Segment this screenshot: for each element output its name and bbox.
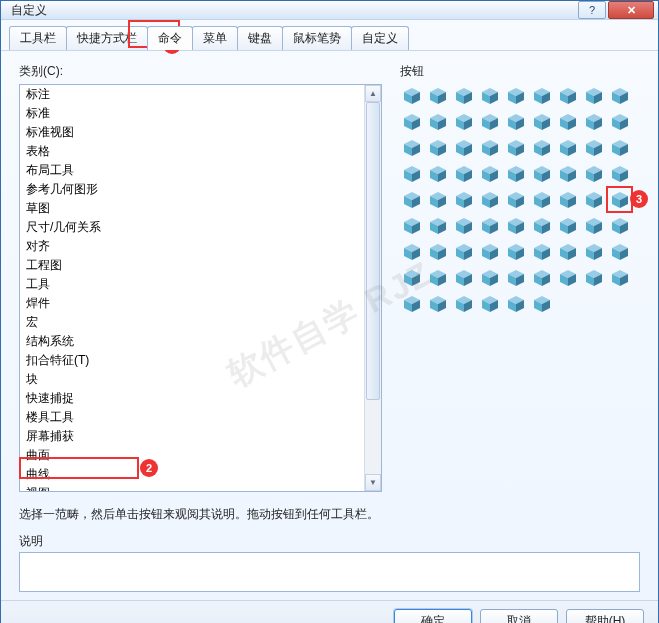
tool-73-icon[interactable] <box>400 292 424 316</box>
tool-71-icon[interactable] <box>582 266 606 290</box>
tool-29-icon[interactable] <box>426 162 450 186</box>
tool-6-icon[interactable] <box>530 84 554 108</box>
tool-25-icon[interactable] <box>556 136 580 160</box>
tool-28-icon[interactable] <box>400 162 424 186</box>
tool-44-icon[interactable] <box>582 188 606 212</box>
list-item[interactable]: 焊件 <box>20 294 364 313</box>
list-item[interactable]: 工程图 <box>20 256 364 275</box>
scroll-up-icon[interactable]: ▲ <box>365 85 381 102</box>
tool-42-icon[interactable] <box>530 188 554 212</box>
help-footer-button[interactable]: 帮助(H) <box>566 609 644 623</box>
tool-18-icon[interactable] <box>608 110 632 134</box>
tool-24-icon[interactable] <box>530 136 554 160</box>
cancel-button[interactable]: 取消 <box>480 609 558 623</box>
tool-12-icon[interactable] <box>452 110 476 134</box>
tool-60-icon[interactable] <box>530 240 554 264</box>
list-item[interactable]: 屏幕捕获 <box>20 427 364 446</box>
list-item[interactable]: 草图 <box>20 199 364 218</box>
tool-45-icon[interactable] <box>608 188 632 212</box>
tool-76-icon[interactable] <box>478 292 502 316</box>
tool-55-icon[interactable] <box>400 240 424 264</box>
list-item[interactable]: 快速捕捉 <box>20 389 364 408</box>
tool-75-icon[interactable] <box>452 292 476 316</box>
tool-66-icon[interactable] <box>452 266 476 290</box>
tool-1-icon[interactable] <box>400 84 424 108</box>
tool-67-icon[interactable] <box>478 266 502 290</box>
scroll-down-icon[interactable]: ▼ <box>365 474 381 491</box>
tool-7-icon[interactable] <box>556 84 580 108</box>
categories-listbox[interactable]: 标注标准标准视图表格布局工具参考几何图形草图尺寸/几何关系对齐工程图工具焊件宏结… <box>19 84 382 492</box>
scrollbar[interactable]: ▲ ▼ <box>364 85 381 491</box>
tool-50-icon[interactable] <box>504 214 528 238</box>
tab-6[interactable]: 自定义 <box>351 26 409 50</box>
tool-59-icon[interactable] <box>504 240 528 264</box>
tool-53-icon[interactable] <box>582 214 606 238</box>
tool-43-icon[interactable] <box>556 188 580 212</box>
list-item[interactable]: 曲线 <box>20 465 364 484</box>
scroll-track[interactable] <box>365 102 381 474</box>
tool-3-icon[interactable] <box>452 84 476 108</box>
tool-2-icon[interactable] <box>426 84 450 108</box>
tool-17-icon[interactable] <box>582 110 606 134</box>
tool-70-icon[interactable] <box>556 266 580 290</box>
tool-62-icon[interactable] <box>582 240 606 264</box>
tool-74-icon[interactable] <box>426 292 450 316</box>
tool-26-icon[interactable] <box>582 136 606 160</box>
list-item[interactable]: 曲面 <box>20 446 364 465</box>
tool-11-icon[interactable] <box>426 110 450 134</box>
list-item[interactable]: 对齐 <box>20 237 364 256</box>
tab-0[interactable]: 工具栏 <box>9 26 67 50</box>
tool-19-icon[interactable] <box>400 136 424 160</box>
tool-14-icon[interactable] <box>504 110 528 134</box>
tool-34-icon[interactable] <box>556 162 580 186</box>
tool-20-icon[interactable] <box>426 136 450 160</box>
tool-8-icon[interactable] <box>582 84 606 108</box>
tool-51-icon[interactable] <box>530 214 554 238</box>
tool-46-icon[interactable] <box>400 214 424 238</box>
list-item[interactable]: 视图 <box>20 484 364 491</box>
help-button[interactable]: ? <box>578 1 606 19</box>
tool-9-icon[interactable] <box>608 84 632 108</box>
tool-69-icon[interactable] <box>530 266 554 290</box>
tool-68-icon[interactable] <box>504 266 528 290</box>
tool-61-icon[interactable] <box>556 240 580 264</box>
tool-30-icon[interactable] <box>452 162 476 186</box>
tool-33-icon[interactable] <box>530 162 554 186</box>
tool-54-icon[interactable] <box>608 214 632 238</box>
tool-52-icon[interactable] <box>556 214 580 238</box>
list-item[interactable]: 扣合特征(T) <box>20 351 364 370</box>
list-item[interactable]: 宏 <box>20 313 364 332</box>
tool-64-icon[interactable] <box>400 266 424 290</box>
scroll-thumb[interactable] <box>366 102 380 400</box>
tool-78-icon[interactable] <box>530 292 554 316</box>
tool-4-icon[interactable] <box>478 84 502 108</box>
tool-13-icon[interactable] <box>478 110 502 134</box>
tool-15-icon[interactable] <box>530 110 554 134</box>
tool-35-icon[interactable] <box>582 162 606 186</box>
tool-48-icon[interactable] <box>452 214 476 238</box>
tool-63-icon[interactable] <box>608 240 632 264</box>
tool-77-icon[interactable] <box>504 292 528 316</box>
tool-40-icon[interactable] <box>478 188 502 212</box>
tool-37-icon[interactable] <box>400 188 424 212</box>
tool-56-icon[interactable] <box>426 240 450 264</box>
tool-57-icon[interactable] <box>452 240 476 264</box>
tool-5-icon[interactable] <box>504 84 528 108</box>
tool-38-icon[interactable] <box>426 188 450 212</box>
list-item[interactable]: 工具 <box>20 275 364 294</box>
tool-41-icon[interactable] <box>504 188 528 212</box>
ok-button[interactable]: 确定 <box>394 609 472 623</box>
tool-36-icon[interactable] <box>608 162 632 186</box>
list-item[interactable]: 参考几何图形 <box>20 180 364 199</box>
list-item[interactable]: 标准 <box>20 104 364 123</box>
tab-3[interactable]: 菜单 <box>192 26 238 50</box>
list-item[interactable]: 块 <box>20 370 364 389</box>
list-item[interactable]: 标准视图 <box>20 123 364 142</box>
tool-65-icon[interactable] <box>426 266 450 290</box>
list-item[interactable]: 尺寸/几何关系 <box>20 218 364 237</box>
tool-10-icon[interactable] <box>400 110 424 134</box>
list-item[interactable]: 楼具工具 <box>20 408 364 427</box>
close-button[interactable]: ✕ <box>608 1 654 19</box>
tool-22-icon[interactable] <box>478 136 502 160</box>
list-item[interactable]: 表格 <box>20 142 364 161</box>
